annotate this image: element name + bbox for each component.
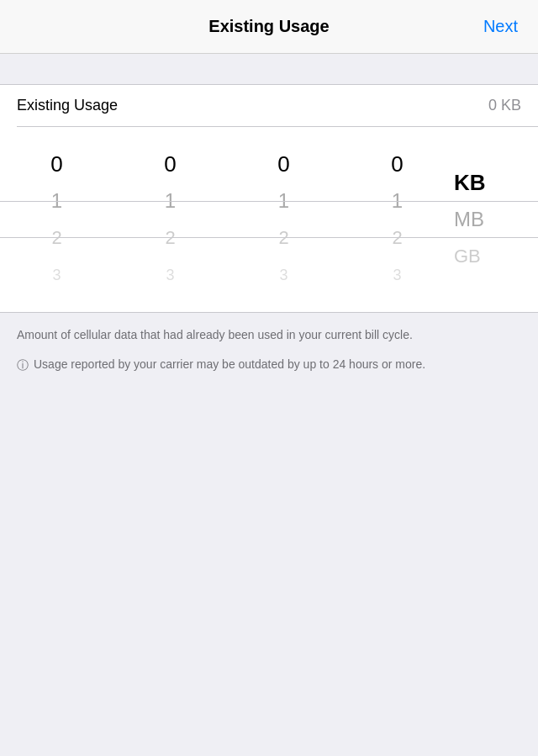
- picker-item: 3: [227, 256, 340, 293]
- picker-col-2[interactable]: 0 1 2 3: [113, 127, 227, 312]
- picker-item: 0: [113, 145, 227, 182]
- picker-unit-kb: KB: [454, 164, 486, 201]
- picker-item: 2: [113, 219, 227, 256]
- picker-item: 0: [227, 145, 340, 182]
- picker-unit-gb: GB: [454, 238, 481, 275]
- picker-col-4[interactable]: 0 1 2 3: [340, 127, 454, 312]
- page-title: Existing Usage: [208, 17, 329, 36]
- picker-item: 3: [113, 256, 227, 293]
- info-main-text: Amount of cellular data that had already…: [17, 326, 521, 344]
- info-note: ⓘ Usage reported by your carrier may be …: [17, 356, 521, 374]
- picker-area[interactable]: 0 1 2 3 0 1 2 3 0 1 2 3 0 1: [0, 127, 538, 312]
- picker-item: 1: [340, 182, 454, 219]
- picker-item: 1: [0, 182, 113, 219]
- picker-col-3[interactable]: 0 1 2 3: [227, 127, 340, 312]
- picker-unit-col[interactable]: KB MB GB: [454, 127, 538, 312]
- picker-col-1[interactable]: 0 1 2 3: [0, 127, 113, 312]
- picker-unit-mb: MB: [454, 201, 484, 238]
- picker-item: 0: [0, 145, 113, 182]
- picker-columns: 0 1 2 3 0 1 2 3 0 1 2 3 0 1: [0, 127, 538, 312]
- picker-item: 2: [340, 219, 454, 256]
- picker-item: 1: [113, 182, 227, 219]
- usage-value: 0 KB: [488, 97, 521, 114]
- picker-item: 3: [0, 256, 113, 293]
- section-gap: [0, 54, 538, 84]
- usage-card: Existing Usage 0 KB 0 1 2 3 0 1 2 3 0: [0, 84, 538, 313]
- picker-item: 2: [227, 219, 340, 256]
- info-note-text: Usage reported by your carrier may be ou…: [34, 356, 425, 373]
- picker-item: 1: [227, 182, 340, 219]
- usage-label: Existing Usage: [17, 97, 118, 114]
- picker-item: 0: [340, 145, 454, 182]
- navigation-bar: Existing Usage Next: [0, 0, 538, 54]
- next-button[interactable]: Next: [480, 10, 521, 43]
- info-icon: ⓘ: [17, 357, 29, 374]
- info-section: Amount of cellular data that had already…: [0, 313, 538, 388]
- picker-item: 2: [0, 219, 113, 256]
- usage-row: Existing Usage 0 KB: [0, 85, 538, 126]
- picker-item: 3: [340, 256, 454, 293]
